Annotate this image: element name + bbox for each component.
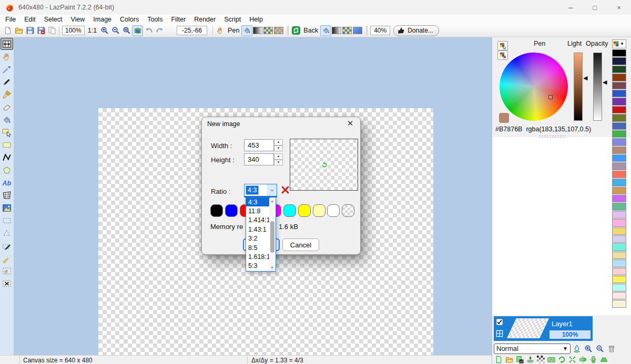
layer-visible-checkbox[interactable] [496, 318, 503, 326]
palette-swatch-4[interactable] [612, 82, 626, 89]
close-button[interactable]: × [607, 0, 631, 15]
palette-swatch-2[interactable] [612, 66, 626, 73]
palette-swatch-1[interactable] [612, 57, 626, 65]
palette-swatch-28[interactable] [612, 276, 626, 283]
palette-menu-button[interactable]: ▼ [612, 39, 626, 48]
ratio-option-4-3[interactable]: 4:3 [246, 197, 270, 206]
layer-merge-down-button[interactable] [525, 355, 535, 364]
redo-button[interactable] [154, 25, 165, 36]
blend-mode-select[interactable]: Normal ▼ [494, 344, 571, 354]
minimize-button[interactable]: ─ [558, 0, 583, 15]
palette-swatch-26[interactable] [612, 259, 626, 267]
save-button[interactable] [24, 25, 35, 36]
layer-alpha-button[interactable] [536, 355, 546, 364]
height-input[interactable]: 340 [244, 153, 274, 165]
scroll-down-arrow[interactable]: ▼ [269, 265, 275, 271]
pen-fill-gradient-button[interactable] [253, 27, 262, 34]
menu-colors[interactable]: Colors [116, 16, 143, 23]
menu-image[interactable]: Image [89, 16, 116, 23]
layers-window-button[interactable] [132, 25, 143, 36]
palette-swatch-0[interactable] [612, 49, 626, 57]
opacity-slider[interactable] [593, 53, 602, 121]
width-input[interactable]: 453 [244, 139, 274, 151]
back-fill-texture-button[interactable] [342, 27, 352, 34]
tolerance-box[interactable]: 40% [370, 26, 390, 35]
ratio-option-1-618-1[interactable]: 1.618:1 [246, 252, 270, 261]
menu-script[interactable]: Script [220, 16, 245, 23]
zoom-in-button[interactable] [99, 25, 110, 36]
panel-splitter-handle[interactable] [538, 135, 566, 138]
tool-canvas-size[interactable] [1, 38, 13, 50]
dialog-color-swatch-0[interactable] [210, 204, 223, 217]
palette-swatch-17[interactable] [612, 187, 626, 194]
zoom-1to1-button[interactable]: 1:1 [88, 27, 97, 34]
add-to-palette-button[interactable] [497, 41, 508, 50]
zoom-in-button[interactable] [583, 344, 594, 354]
palette-swatch-20[interactable] [612, 211, 626, 219]
tool-hand[interactable] [1, 50, 13, 63]
menu-view[interactable]: View [66, 16, 89, 23]
palette-swatch-14[interactable] [612, 162, 626, 170]
menu-edit[interactable]: Edit [20, 16, 40, 23]
scroll-up-arrow[interactable]: ▲ [269, 198, 275, 204]
height-spin-up[interactable]: ▲ [274, 153, 283, 160]
zoom-out-button[interactable] [110, 25, 121, 36]
back-fill-gradient-button[interactable] [332, 27, 341, 34]
palette-swatch-15[interactable] [612, 171, 626, 178]
tool-magic-wand[interactable] [1, 252, 13, 264]
layer-stretch-button[interactable] [567, 355, 577, 364]
menu-filter[interactable]: Filter [167, 16, 190, 23]
zoom-out-button[interactable] [595, 344, 605, 354]
tool-eraser[interactable] [1, 101, 13, 113]
layer-rotate-button[interactable] [557, 355, 567, 364]
light-slider-arrow[interactable]: ◀ [583, 75, 587, 80]
dialog-color-swatch-5[interactable] [283, 204, 296, 217]
ratio-option-5-3[interactable]: 5:3 [246, 262, 270, 271]
dialog-color-swatch-1[interactable] [225, 204, 238, 217]
layer-thumbnail[interactable] [507, 318, 549, 338]
ratio-dropdown-button[interactable] [267, 184, 277, 196]
copy-button[interactable] [46, 25, 57, 36]
width-spinner[interactable]: ▲ ▼ [274, 139, 283, 151]
color-wheel-marker[interactable] [548, 95, 553, 99]
tool-deformation[interactable] [1, 189, 13, 201]
undo-button[interactable] [143, 25, 154, 36]
ratio-option-11-8[interactable]: 11:8 [246, 206, 270, 215]
palette-swatch-22[interactable] [612, 227, 626, 235]
palette-swatch-23[interactable] [612, 235, 626, 243]
palette-swatch-21[interactable] [612, 219, 626, 226]
back-fill-solid-button[interactable] [320, 25, 331, 36]
tool-polyline[interactable] [1, 151, 13, 163]
palette-swatch-9[interactable] [612, 122, 626, 130]
tool-select-poly[interactable] [1, 227, 13, 239]
maximize-button[interactable]: □ [583, 0, 607, 15]
palette-swatch-13[interactable] [612, 154, 626, 162]
tool-text[interactable]: Ab [1, 176, 13, 189]
layer-name[interactable]: Layer1 [552, 320, 573, 328]
dialog-close-icon[interactable]: ✕ [345, 119, 355, 128]
ratio-option-1-414-1[interactable]: 1.414:1 [246, 216, 270, 225]
layer-delete-button[interactable] [606, 344, 617, 354]
open-file-button[interactable] [13, 25, 24, 36]
menu-render[interactable]: Render [190, 16, 220, 23]
ratio-clear-button[interactable] [281, 185, 290, 194]
palette-swatch-24[interactable] [612, 243, 626, 251]
new-image-button[interactable] [2, 25, 13, 36]
dialog-color-swatch-7[interactable] [313, 204, 325, 217]
tool-rotate-selection[interactable] [1, 277, 13, 289]
swap-colors-button[interactable] [290, 25, 301, 36]
palette-swatch-19[interactable] [612, 203, 626, 210]
layer-perspective-button[interactable] [599, 355, 609, 364]
height-spinner[interactable]: ▲ ▼ [274, 153, 283, 165]
layer-duplicate-button[interactable]: x2 [515, 355, 525, 364]
menu-help[interactable]: Help [245, 16, 267, 23]
ratio-combobox[interactable]: 4:3 [244, 184, 277, 197]
ratio-option-1-43-1[interactable]: 1.43:1 [246, 225, 270, 234]
cancel-button[interactable]: Cancel [282, 238, 319, 251]
pen-fill-texture-button[interactable] [263, 27, 273, 34]
palette-swatch-31[interactable] [612, 300, 626, 307]
remove-from-palette-button[interactable] [497, 50, 508, 60]
scroll-thumb[interactable] [270, 221, 274, 253]
tool-edit-shape[interactable] [1, 126, 13, 138]
tool-select-rect[interactable] [1, 214, 13, 226]
